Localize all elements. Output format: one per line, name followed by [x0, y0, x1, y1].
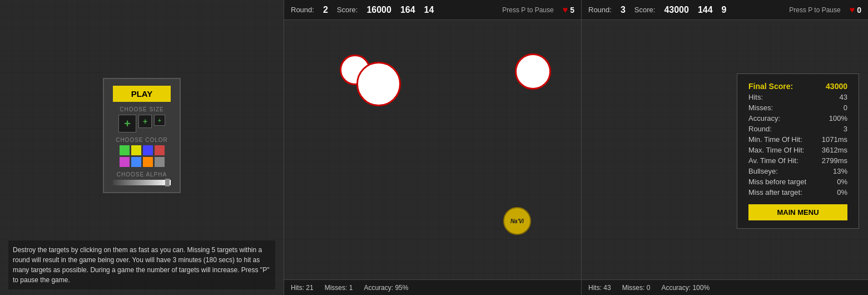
right-footer: Hits: 43 Misses: 0 Accuracy: 100% — [582, 279, 868, 295]
final-score-value: 43000 — [826, 82, 847, 91]
logo-text: Na'Vi — [510, 218, 524, 224]
miss-after-label: Miss after target: — [748, 188, 802, 196]
round-value: 3 — [844, 125, 847, 133]
right-header: Round: 3 Score: 43000 144 9 Press P to P… — [582, 0, 868, 20]
middle-round-value: 2 — [323, 5, 328, 15]
color-purple[interactable] — [120, 157, 130, 167]
size-medium[interactable]: + — [138, 115, 152, 128]
min-time-value: 1071ms — [822, 135, 847, 144]
choose-alpha-label: CHOOSE ALPHA — [113, 171, 171, 178]
miss-before-label: Miss before target — [748, 178, 806, 186]
right-heart-area: ♥ 0 — [850, 5, 861, 15]
av-time-label: Av. Time Of Hit: — [748, 156, 798, 165]
middle-game-area[interactable]: Na'Vi — [284, 20, 581, 279]
right-footer-hits: Hits: 43 — [588, 284, 611, 292]
right-score-label: Score: — [634, 6, 656, 14]
middle-header: Round: 2 Score: 16000 164 14 Press P to … — [284, 0, 581, 20]
middle-hits: 164 — [400, 5, 415, 15]
color-green[interactable] — [120, 145, 130, 155]
min-time-row: Min. Time Of Hit: 1071ms — [748, 135, 847, 144]
color-blue[interactable] — [143, 145, 153, 155]
middle-heart-area: ♥ 5 — [563, 5, 574, 15]
color-lightblue[interactable] — [131, 157, 141, 167]
middle-footer-misses: Misses: 1 — [325, 284, 353, 292]
middle-panel: Round: 2 Score: 16000 164 14 Press P to … — [284, 0, 582, 295]
accuracy-label: Accuracy: — [748, 114, 780, 122]
miss-after-value: 0% — [837, 188, 847, 196]
miss-before-value: 0% — [837, 178, 847, 186]
alpha-handle[interactable] — [165, 179, 170, 186]
play-button[interactable]: PLAY — [113, 86, 171, 102]
size-small[interactable]: + — [154, 115, 165, 126]
color-red[interactable] — [155, 145, 165, 155]
min-time-label: Min. Time Of Hit: — [748, 135, 802, 144]
right-round-value: 3 — [621, 5, 626, 15]
size-options: + + + — [113, 115, 171, 132]
final-score-row: Final Score: 43000 — [748, 82, 847, 91]
middle-footer-accuracy: Accuracy: 95% — [364, 284, 408, 292]
score-card: Final Score: 43000 Hits: 43 Misses: 0 Ac… — [737, 73, 859, 229]
heart-icon: ♥ — [563, 5, 568, 15]
target-right[interactable] — [515, 53, 551, 90]
logo-target[interactable]: Na'Vi — [503, 207, 531, 235]
size-small-icon: + — [158, 117, 161, 124]
middle-footer: Hits: 21 Misses: 1 Accuracy: 95% — [284, 279, 581, 295]
right-content: Final Score: 43000 Hits: 43 Misses: 0 Ac… — [582, 20, 868, 279]
final-score-label: Final Score: — [748, 82, 793, 91]
middle-heart-count: 5 — [570, 6, 574, 14]
right-pause-text: Press P to Pause — [789, 6, 841, 14]
misses-row: Misses: 0 — [748, 104, 847, 112]
bullseye-row: Bullseye: 13% — [748, 167, 847, 175]
instructions-text: Destroy the targets by clicking on them … — [8, 240, 275, 289]
choose-color-label: CHOOSE COLOR — [113, 137, 171, 143]
left-panel: PLAY CHOOSE SIZE + + + CHOOSE COLOR CHOO… — [0, 0, 284, 295]
hits-row: Hits: 43 — [748, 93, 847, 101]
bullseye-value: 13% — [833, 167, 847, 175]
right-misses: 9 — [722, 5, 727, 15]
right-footer-misses: Misses: 0 — [622, 284, 651, 292]
bullseye-label: Bullseye: — [748, 167, 778, 175]
av-time-value: 2799ms — [822, 156, 847, 165]
middle-footer-hits: Hits: 21 — [291, 284, 314, 292]
av-time-row: Av. Time Of Hit: 2799ms — [748, 156, 847, 165]
main-menu-button[interactable]: MAIN MENU — [748, 204, 847, 220]
accuracy-row: Accuracy: 100% — [748, 114, 847, 122]
right-score-value: 43000 — [664, 5, 689, 15]
middle-pause-text: Press P to Pause — [502, 6, 554, 14]
choose-size-label: CHOOSE SIZE — [113, 106, 171, 112]
right-footer-accuracy: Accuracy: 100% — [661, 284, 710, 292]
middle-misses: 14 — [424, 5, 434, 15]
max-time-value: 3612ms — [822, 146, 847, 154]
right-round-label: Round: — [588, 6, 612, 14]
misses-value: 0 — [844, 104, 847, 112]
hits-value: 43 — [840, 93, 847, 101]
color-grid — [113, 145, 171, 167]
alpha-slider[interactable] — [113, 180, 171, 185]
size-large-icon: + — [124, 117, 131, 130]
control-box: PLAY CHOOSE SIZE + + + CHOOSE COLOR CHOO… — [103, 78, 181, 193]
right-hits: 144 — [698, 5, 713, 15]
middle-score-label: Score: — [337, 6, 358, 14]
round-row: Round: 3 — [748, 125, 847, 133]
right-heart-count: 0 — [857, 6, 861, 14]
target-large[interactable] — [356, 62, 401, 106]
middle-score-value: 16000 — [366, 5, 391, 15]
max-time-label: Max. Time Of Hit: — [748, 146, 804, 154]
max-time-row: Max. Time Of Hit: 3612ms — [748, 146, 847, 154]
color-gray[interactable] — [155, 157, 165, 167]
miss-after-row: Miss after target: 0% — [748, 188, 847, 196]
accuracy-value: 100% — [829, 114, 847, 122]
misses-label: Misses: — [748, 104, 773, 112]
right-heart-icon: ♥ — [850, 5, 855, 15]
round-label: Round: — [748, 125, 772, 133]
size-medium-icon: + — [143, 117, 147, 126]
miss-before-row: Miss before target 0% — [748, 178, 847, 186]
middle-round-label: Round: — [291, 6, 314, 14]
color-orange[interactable] — [143, 157, 153, 167]
size-large[interactable]: + — [118, 115, 136, 132]
right-panel: Round: 3 Score: 43000 144 9 Press P to P… — [582, 0, 868, 295]
hits-label: Hits: — [748, 93, 763, 101]
color-yellow[interactable] — [131, 145, 141, 155]
